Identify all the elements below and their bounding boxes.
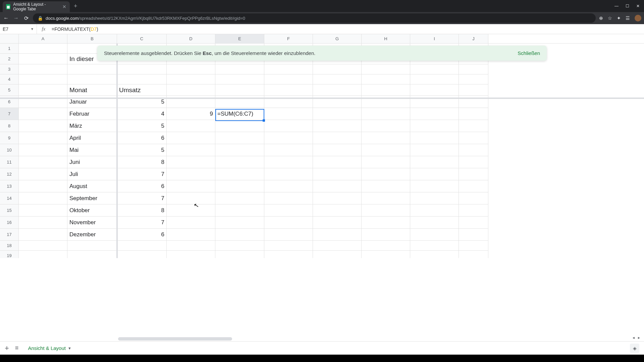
- name-box[interactable]: E7 ▼: [0, 24, 37, 34]
- cell-E11[interactable]: [215, 156, 264, 168]
- cell-I3[interactable]: [410, 64, 459, 74]
- cell-J3[interactable]: [459, 64, 488, 74]
- cell-G19[interactable]: [313, 251, 362, 258]
- cell-I7[interactable]: [410, 108, 459, 120]
- cell-H4[interactable]: [362, 74, 410, 84]
- cell-D14[interactable]: [167, 192, 215, 204]
- cell-H19[interactable]: [362, 251, 410, 258]
- row-header-9[interactable]: 9: [0, 132, 19, 144]
- maximize-button[interactable]: ☐: [625, 4, 629, 8]
- cell-A12[interactable]: [19, 168, 67, 180]
- cell-E19[interactable]: [215, 251, 264, 258]
- cell-F10[interactable]: [264, 144, 313, 156]
- row-header-7[interactable]: 7: [0, 108, 19, 120]
- cell-F12[interactable]: [264, 168, 313, 180]
- cell-J8[interactable]: [459, 120, 488, 132]
- row-header-10[interactable]: 10: [0, 144, 19, 156]
- forward-button[interactable]: →: [13, 15, 19, 21]
- banner-close-button[interactable]: Schließen: [518, 50, 540, 56]
- cell-G12[interactable]: [313, 168, 362, 180]
- cell-F14[interactable]: [264, 192, 313, 204]
- cell-F15[interactable]: [264, 204, 313, 217]
- row-header-19[interactable]: 19: [0, 251, 19, 258]
- cell-I15[interactable]: [410, 204, 459, 217]
- row-header-17[interactable]: 17: [0, 229, 19, 241]
- cell-F16[interactable]: [264, 217, 313, 229]
- cell-I13[interactable]: [410, 180, 459, 192]
- formula-input[interactable]: =FORMULATEXT(D7): [50, 26, 644, 32]
- cell-C12[interactable]: 7: [117, 168, 167, 180]
- cell-G16[interactable]: [313, 217, 362, 229]
- cell-F19[interactable]: [264, 251, 313, 258]
- cell-C8[interactable]: 5: [117, 120, 167, 132]
- row-header-4[interactable]: 4: [0, 74, 19, 84]
- cell-J17[interactable]: [459, 229, 488, 241]
- cell-E10[interactable]: [215, 144, 264, 156]
- cell-E12[interactable]: [215, 168, 264, 180]
- cell-E3[interactable]: [215, 64, 264, 74]
- cell-C11[interactable]: 8: [117, 156, 167, 168]
- cell-D16[interactable]: [167, 217, 215, 229]
- cell-F4[interactable]: [264, 74, 313, 84]
- minimize-button[interactable]: —: [614, 4, 619, 8]
- cell-G3[interactable]: [313, 64, 362, 74]
- zoom-icon[interactable]: ⊕: [599, 15, 603, 21]
- cell-B12[interactable]: Juli: [67, 168, 117, 180]
- cell-A1[interactable]: [19, 44, 67, 54]
- cell-I11[interactable]: [410, 156, 459, 168]
- cell-A13[interactable]: [19, 180, 67, 192]
- close-window-button[interactable]: ✕: [636, 4, 640, 8]
- cell-H17[interactable]: [362, 229, 410, 241]
- cell-I5[interactable]: [410, 84, 459, 96]
- row-header-11[interactable]: 11: [0, 156, 19, 168]
- cell-B7[interactable]: Februar: [67, 108, 117, 120]
- row-header-1[interactable]: 1: [0, 44, 19, 54]
- cell-B15[interactable]: Oktober: [67, 204, 117, 217]
- cell-C15[interactable]: 8: [117, 204, 167, 217]
- cell-G5[interactable]: [313, 84, 362, 96]
- cell-H15[interactable]: [362, 204, 410, 217]
- reading-list-icon[interactable]: ☰: [626, 15, 630, 21]
- cell-F5[interactable]: [264, 84, 313, 96]
- cell-A9[interactable]: [19, 132, 67, 144]
- cell-B8[interactable]: März: [67, 120, 117, 132]
- cell-E4[interactable]: [215, 74, 264, 84]
- cell-F18[interactable]: [264, 241, 313, 251]
- cell-A19[interactable]: [19, 251, 67, 258]
- cell-A2[interactable]: [19, 54, 67, 64]
- cell-E14[interactable]: [215, 192, 264, 204]
- row-header-8[interactable]: 8: [0, 120, 19, 132]
- cell-D13[interactable]: [167, 180, 215, 192]
- cell-E9[interactable]: [215, 132, 264, 144]
- freeze-line-vertical[interactable]: [116, 44, 118, 258]
- cell-C3[interactable]: [117, 64, 167, 74]
- cell-E13[interactable]: [215, 180, 264, 192]
- cell-J19[interactable]: [459, 251, 488, 258]
- cell-C5[interactable]: Umsatz: [117, 84, 167, 96]
- row-header-5[interactable]: 5: [0, 84, 19, 96]
- cell-H10[interactable]: [362, 144, 410, 156]
- cell-C17[interactable]: 6: [117, 229, 167, 241]
- col-header-A[interactable]: A: [19, 34, 67, 43]
- cell-A8[interactable]: [19, 120, 67, 132]
- cell-J11[interactable]: [459, 156, 488, 168]
- cell-I10[interactable]: [410, 144, 459, 156]
- cell-A15[interactable]: [19, 204, 67, 217]
- cell-C14[interactable]: 7: [117, 192, 167, 204]
- cell-J14[interactable]: [459, 192, 488, 204]
- cell-F7[interactable]: [264, 108, 313, 120]
- cell-E5[interactable]: [215, 84, 264, 96]
- reload-button[interactable]: ⟳: [23, 15, 30, 21]
- col-header-B[interactable]: B: [67, 34, 117, 43]
- cell-J15[interactable]: [459, 204, 488, 217]
- cell-D4[interactable]: [167, 74, 215, 84]
- cell-G10[interactable]: [313, 144, 362, 156]
- cell-A11[interactable]: [19, 156, 67, 168]
- cell-J18[interactable]: [459, 241, 488, 251]
- cell-H5[interactable]: [362, 84, 410, 96]
- col-header-F[interactable]: F: [264, 34, 313, 43]
- cell-C4[interactable]: [117, 74, 167, 84]
- cell-C18[interactable]: [117, 241, 167, 251]
- cell-J12[interactable]: [459, 168, 488, 180]
- cell-H7[interactable]: [362, 108, 410, 120]
